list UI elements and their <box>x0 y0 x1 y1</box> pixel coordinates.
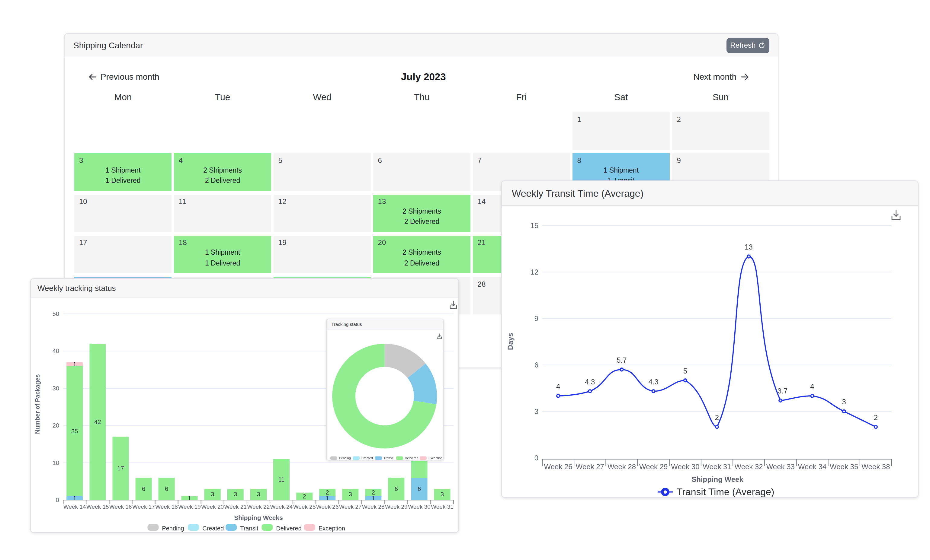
svg-text:0: 0 <box>55 497 59 503</box>
svg-text:3: 3 <box>211 491 214 498</box>
svg-text:Delivered: Delivered <box>405 457 419 460</box>
svg-text:Days: Days <box>506 333 514 350</box>
svg-text:Week 19: Week 19 <box>178 503 200 510</box>
svg-text:Exception: Exception <box>429 457 443 460</box>
svg-text:3: 3 <box>348 491 352 498</box>
svg-text:Week 33: Week 33 <box>766 463 795 471</box>
svg-text:3: 3 <box>233 491 237 498</box>
svg-text:Week 15: Week 15 <box>86 503 109 510</box>
svg-text:Week 34: Week 34 <box>798 463 826 471</box>
svg-text:Week 16: Week 16 <box>109 503 132 510</box>
svg-text:Week 21: Week 21 <box>224 503 247 510</box>
svg-text:Week 28: Week 28 <box>607 463 636 471</box>
svg-text:2: 2 <box>325 489 329 496</box>
svg-text:5: 5 <box>683 367 687 375</box>
svg-text:4.3: 4.3 <box>648 377 658 386</box>
svg-text:13: 13 <box>744 243 753 251</box>
svg-text:3: 3 <box>256 491 260 498</box>
svg-text:Week 25: Week 25 <box>293 503 316 510</box>
svg-text:9: 9 <box>534 314 538 322</box>
svg-text:Created: Created <box>202 525 223 532</box>
svg-text:2: 2 <box>303 493 306 500</box>
svg-text:Week 30: Week 30 <box>671 463 699 471</box>
svg-text:Pending: Pending <box>339 457 351 460</box>
svg-text:3: 3 <box>842 398 846 406</box>
svg-text:2: 2 <box>715 413 719 421</box>
svg-text:Week 18: Week 18 <box>155 503 177 510</box>
svg-text:Week 20: Week 20 <box>201 503 224 510</box>
svg-text:Week 38: Week 38 <box>861 463 890 471</box>
svg-text:4: 4 <box>810 382 814 390</box>
svg-text:6: 6 <box>165 486 168 492</box>
svg-text:Transit Time (Average): Transit Time (Average) <box>676 486 774 497</box>
svg-text:30: 30 <box>52 385 59 392</box>
svg-text:10: 10 <box>52 460 59 466</box>
svg-text:11: 11 <box>278 476 285 483</box>
svg-text:Week 14: Week 14 <box>63 503 86 510</box>
svg-text:2: 2 <box>371 489 375 496</box>
svg-text:Transit: Transit <box>240 525 258 532</box>
svg-text:Shipping Weeks: Shipping Weeks <box>234 514 283 521</box>
svg-text:Week 31: Week 31 <box>702 463 731 471</box>
svg-text:5.7: 5.7 <box>616 356 626 364</box>
svg-text:4.3: 4.3 <box>585 377 594 386</box>
svg-text:3.7: 3.7 <box>777 387 787 395</box>
svg-text:Week 27: Week 27 <box>576 463 604 471</box>
svg-text:Week 29: Week 29 <box>385 503 407 510</box>
svg-text:Week 30: Week 30 <box>408 503 430 510</box>
svg-text:Shipping Week: Shipping Week <box>691 475 743 483</box>
svg-text:Week 27: Week 27 <box>339 503 362 510</box>
svg-text:Exception: Exception <box>318 525 345 532</box>
svg-text:3: 3 <box>534 407 538 415</box>
svg-text:Week 22: Week 22 <box>247 503 269 510</box>
svg-text:Created: Created <box>362 457 373 460</box>
svg-text:17: 17 <box>117 465 123 472</box>
svg-text:3: 3 <box>440 491 443 498</box>
svg-text:Pending: Pending <box>162 525 183 532</box>
svg-text:15: 15 <box>530 221 538 229</box>
svg-text:Delivered: Delivered <box>276 525 301 532</box>
svg-text:40: 40 <box>52 348 59 354</box>
svg-text:Week 29: Week 29 <box>639 463 667 471</box>
svg-text:Week 26: Week 26 <box>316 503 339 510</box>
svg-text:6: 6 <box>534 361 538 369</box>
svg-text:35: 35 <box>71 428 78 435</box>
svg-text:50: 50 <box>52 311 59 318</box>
svg-text:20: 20 <box>52 422 59 429</box>
svg-text:Week 28: Week 28 <box>362 503 384 510</box>
svg-text:6: 6 <box>394 486 398 492</box>
svg-text:0: 0 <box>534 454 538 462</box>
svg-text:2: 2 <box>873 413 878 421</box>
svg-text:4: 4 <box>556 382 560 390</box>
svg-text:Week 24: Week 24 <box>270 503 293 510</box>
svg-text:6: 6 <box>142 486 145 492</box>
svg-text:1: 1 <box>73 361 76 368</box>
svg-text:Week 32: Week 32 <box>734 463 762 471</box>
svg-text:Week 26: Week 26 <box>544 463 572 471</box>
svg-text:12: 12 <box>530 268 538 276</box>
svg-text:Week 17: Week 17 <box>132 503 155 510</box>
svg-text:Week 31: Week 31 <box>431 503 453 510</box>
svg-text:42: 42 <box>94 419 100 425</box>
svg-text:Week 35: Week 35 <box>830 463 858 471</box>
svg-text:Transit: Transit <box>384 457 393 460</box>
svg-text:1: 1 <box>188 495 191 502</box>
svg-text:6: 6 <box>417 486 420 492</box>
svg-text:Number of Packages: Number of Packages <box>34 374 40 434</box>
